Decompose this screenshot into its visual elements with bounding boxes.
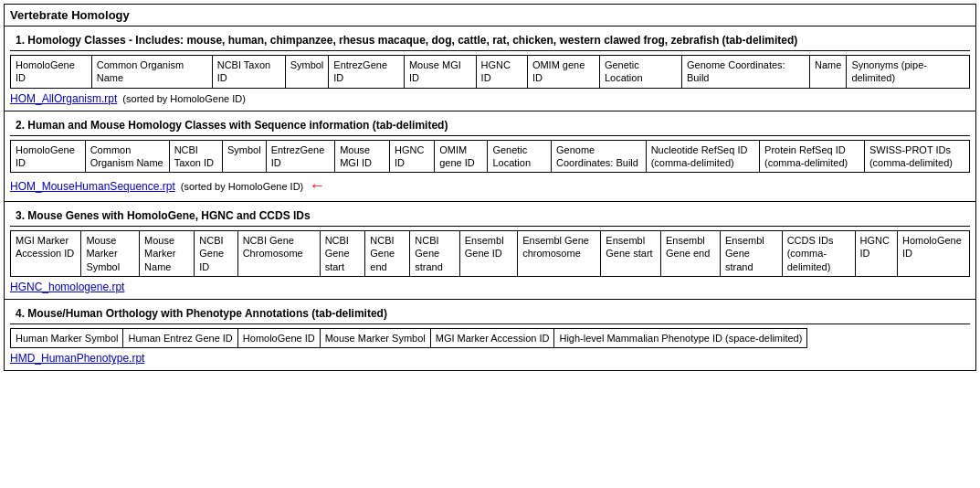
col-omim: OMIM gene ID xyxy=(527,56,599,89)
section-4: 4. Mouse/Human Orthology with Phenotype … xyxy=(5,300,975,370)
hgnc-homologene-link[interactable]: HGNC_homologene.rpt xyxy=(10,281,124,293)
col-entrezgene: EntrezGene ID xyxy=(329,56,405,89)
col-hgnc: HGNC ID xyxy=(476,56,527,89)
col3-ncbi-gene-end: NCBI Gene end xyxy=(365,231,410,277)
col-common-organism: Common Organism Name xyxy=(91,56,212,89)
col2-nucleotide-refseq: Nucleotide RefSeq ID (comma-delimited) xyxy=(646,140,759,173)
col-genetic-location: Genetic Location xyxy=(599,56,681,89)
col3-mouse-marker-name: Mouse Marker Name xyxy=(140,231,195,277)
col3-ccds-ids: CCDS IDs (comma-delimited) xyxy=(782,231,855,277)
section-1-link-line: HOM_AllOrganism.rpt (sorted by HomoloGen… xyxy=(10,92,970,105)
col2-common-organism: Common Organism Name xyxy=(85,140,169,173)
section-3-link-line: HGNC_homologene.rpt xyxy=(10,281,970,293)
col4-phenotype-id: High-level Mammalian Phenotype ID (space… xyxy=(554,329,807,348)
col2-omim: OMIM gene ID xyxy=(435,140,488,173)
col2-hgnc: HGNC ID xyxy=(389,140,434,173)
col3-hgnc-id: HGNC ID xyxy=(855,231,897,277)
col3-ensembl-gene-id: Ensembl Gene ID xyxy=(459,231,517,277)
section-1: 1. Homology Classes - Includes: mouse, h… xyxy=(5,27,975,111)
col3-ncbi-gene-id: NCBI Gene ID xyxy=(195,231,237,277)
section-4-table: Human Marker Symbol Human Entrez Gene ID… xyxy=(10,328,807,348)
col3-ncbi-gene-strand: NCBI Gene strand xyxy=(410,231,460,277)
col3-mouse-marker-symbol: Mouse Marker Symbol xyxy=(81,231,140,277)
col-ncbi-taxon: NCBI Taxon ID xyxy=(212,56,285,89)
section-3-title: 3. Mouse Genes with HomoloGene, HGNC and… xyxy=(10,206,970,227)
col2-entrezgene: EntrezGene ID xyxy=(266,140,335,173)
section-2-title: 2. Human and Mouse Homology Classes with… xyxy=(10,115,970,136)
col4-mgi-marker: MGI Marker Accession ID xyxy=(430,329,554,348)
col3-ncbi-gene-start: NCBI Gene start xyxy=(320,231,365,277)
col-genome-coord: Genome Coordinates: Build xyxy=(682,56,810,89)
col2-protein-refseq: Protein RefSeq ID (comma-delimited) xyxy=(760,140,865,173)
col2-ncbi-taxon: NCBI Taxon ID xyxy=(169,140,222,173)
col3-mgi-marker: MGI Marker Accession ID xyxy=(11,231,81,277)
col2-swiss-prot: SWISS-PROT IDs (comma-delimited) xyxy=(864,140,969,173)
section-1-sorted-text: (sorted by HomoloGene ID) xyxy=(122,93,246,104)
col3-ensembl-chrom: Ensembl Gene chromosome xyxy=(518,231,601,277)
col-symbol: Symbol xyxy=(285,56,329,89)
col3-ensembl-start: Ensembl Gene start xyxy=(601,231,661,277)
col2-homologene-id: HomoloGene ID xyxy=(11,140,86,173)
section-2-link-line: HOM_MouseHumanSequence.rpt (sorted by Ho… xyxy=(10,176,970,196)
section-3-table: MGI Marker Accession ID Mouse Marker Sym… xyxy=(10,230,970,277)
hmd-humanphenotype-link[interactable]: HMD_HumanPhenotype.rpt xyxy=(10,352,144,365)
section-4-link-line: HMD_HumanPhenotype.rpt xyxy=(10,352,970,365)
col-synonyms: Synonyms (pipe-delimited) xyxy=(847,56,970,89)
section-1-table: HomoloGene ID Common Organism Name NCBI … xyxy=(10,55,970,89)
hom-allorganism-link[interactable]: HOM_AllOrganism.rpt xyxy=(10,92,117,105)
col-name: Name xyxy=(810,56,847,89)
col3-ncbi-gene-chrom: NCBI Gene Chromosome xyxy=(237,231,320,277)
section-3: 3. Mouse Genes with HomoloGene, HGNC and… xyxy=(5,202,975,300)
col3-homologene-id: HomoloGene ID xyxy=(898,231,970,277)
col4-human-marker-symbol: Human Marker Symbol xyxy=(11,329,123,348)
section-2-sorted-text: (sorted by HomoloGene ID) xyxy=(181,181,304,192)
col2-mouse-mgi: Mouse MGI ID xyxy=(335,140,390,173)
section-2: 2. Human and Mouse Homology Classes with… xyxy=(5,111,975,203)
col4-human-entrez: Human Entrez Gene ID xyxy=(123,329,237,348)
col4-homologene-id: HomoloGene ID xyxy=(237,329,320,348)
col4-mouse-marker-symbol: Mouse Marker Symbol xyxy=(320,329,430,348)
col-homologene-id: HomoloGene ID xyxy=(11,56,92,89)
main-container: Vertebrate Homology 1. Homology Classes … xyxy=(4,4,976,371)
col2-genetic-location: Genetic Location xyxy=(488,140,552,173)
arrow-icon: ← xyxy=(309,176,325,196)
col2-symbol: Symbol xyxy=(222,140,266,173)
section-4-title: 4. Mouse/Human Orthology with Phenotype … xyxy=(10,303,970,324)
section-1-title: 1. Homology Classes - Includes: mouse, h… xyxy=(10,30,970,51)
page-title: Vertebrate Homology xyxy=(5,5,975,27)
col3-ensembl-end: Ensembl Gene end xyxy=(660,231,720,277)
hom-mousehumanseq-link[interactable]: HOM_MouseHumanSequence.rpt xyxy=(10,180,175,193)
col2-genome-coord: Genome Coordinates: Build xyxy=(552,140,647,173)
section-2-table: HomoloGene ID Common Organism Name NCBI … xyxy=(10,140,970,174)
col3-ensembl-strand: Ensembl Gene strand xyxy=(720,231,782,277)
col-mouse-mgi: Mouse MGI ID xyxy=(404,56,476,89)
